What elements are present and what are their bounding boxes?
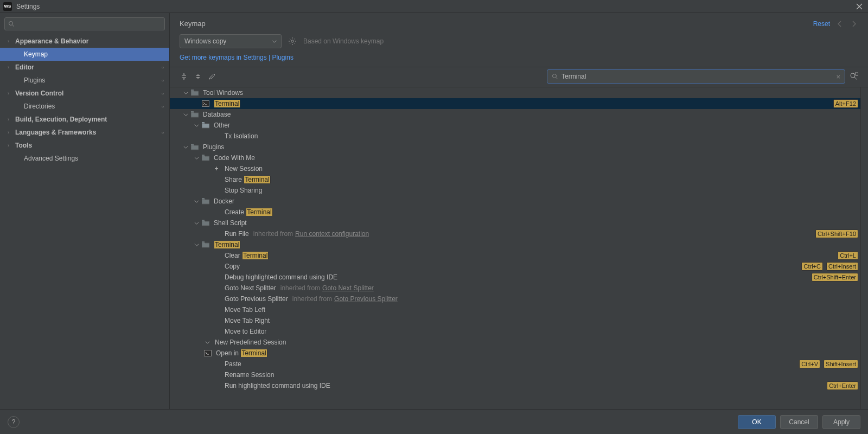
action-row[interactable]: TerminalAlt+F12 (170, 98, 860, 109)
svg-rect-10 (202, 198, 205, 199)
action-row[interactable]: Move Tab Left (170, 304, 860, 315)
chevron-right-icon: › (8, 65, 13, 70)
action-row[interactable]: Move Tab Right (170, 315, 860, 326)
shortcut-badge: Ctrl+Shift+F10 (815, 229, 858, 238)
folder-icon (191, 90, 199, 96)
action-search-input[interactable] (561, 73, 833, 80)
action-row[interactable]: Database (170, 109, 860, 120)
action-row[interactable]: Open in Terminal (170, 348, 860, 359)
action-row[interactable]: Other (170, 120, 860, 131)
action-row[interactable]: Run File inherited from Run context conf… (170, 228, 860, 239)
chevron-down-icon (272, 39, 277, 44)
close-icon[interactable] (854, 1, 865, 12)
action-row[interactable]: Stop Sharing (170, 185, 860, 196)
back-icon[interactable] (837, 21, 844, 27)
get-more-keymaps-link[interactable]: Get more keymaps in Settings | Plugins (180, 54, 293, 61)
forward-icon[interactable] (851, 21, 858, 27)
sidebar-item[interactable]: ›Editor▫ (0, 61, 169, 74)
svg-rect-4 (856, 72, 858, 75)
sidebar-item[interactable]: ›Tools (0, 139, 169, 152)
svg-rect-7 (202, 122, 205, 123)
gear-icon[interactable] (288, 37, 297, 46)
sidebar-item-label: Editor (15, 63, 159, 71)
action-row[interactable]: PasteCtrl+VShift+Insert (170, 359, 860, 369)
cancel-button[interactable]: Cancel (780, 415, 818, 429)
action-row[interactable]: CopyCtrl+CCtrl+Insert (170, 261, 860, 272)
search-icon (8, 21, 15, 27)
action-label: Docker (214, 197, 234, 205)
project-settings-icon: ▫ (162, 63, 169, 71)
titlebar: WS Settings (0, 0, 868, 13)
shortcut-badge: Ctrl+V (799, 360, 820, 368)
action-row[interactable]: Debug highlighted command using IDECtrl+… (170, 272, 860, 283)
action-row[interactable]: Code With Me (170, 152, 860, 163)
action-tree[interactable]: Tool WindowsTerminalAlt+F12DatabaseOther… (170, 87, 860, 409)
ok-button[interactable]: OK (738, 415, 776, 429)
action-label: Run highlighted command using IDE (225, 382, 330, 390)
settings-sidebar: ›Appearance & BehaviorKeymap›Editor▫Plug… (0, 13, 170, 409)
apply-button[interactable]: Apply (822, 415, 860, 429)
collapse-all-icon[interactable] (194, 72, 202, 81)
action-row[interactable]: Tx Isolation (170, 131, 860, 142)
sidebar-item[interactable]: ›Languages & Frameworks▫ (0, 126, 169, 139)
inherited-link[interactable]: Goto Next Splitter (322, 284, 374, 292)
reset-link[interactable]: Reset (813, 20, 830, 28)
action-label: Clear Terminal (225, 252, 269, 259)
find-by-shortcut-icon[interactable] (850, 72, 858, 81)
sidebar-item[interactable]: Plugins▫ (0, 74, 169, 87)
sidebar-item-label: Tools (15, 142, 169, 149)
action-row[interactable]: Docker (170, 196, 860, 207)
inherited-label: inherited from (280, 284, 320, 292)
action-row[interactable]: Share Terminal (170, 174, 860, 185)
action-row[interactable]: Shell Script (170, 218, 860, 228)
chevron-down-icon (194, 199, 200, 204)
action-label: Open in Terminal (216, 349, 267, 357)
page-title: Keymap (180, 20, 206, 28)
help-button[interactable]: ? (8, 416, 20, 428)
action-row[interactable]: Clear TerminalCtrl+L (170, 250, 860, 261)
action-row[interactable]: Run highlighted command using IDECtrl+En… (170, 380, 860, 391)
svg-rect-5 (191, 90, 194, 91)
sidebar-item[interactable]: Advanced Settings (0, 152, 169, 165)
svg-point-1 (291, 40, 293, 42)
keymap-scheme-dropdown[interactable]: Windows copy (180, 34, 282, 48)
action-row[interactable]: +New Session (170, 163, 860, 174)
sidebar-item[interactable]: ›Version Control▫ (0, 87, 169, 100)
clear-search-icon[interactable]: × (836, 73, 840, 81)
sidebar-item[interactable]: ›Build, Execution, Deployment (0, 113, 169, 126)
expand-all-icon[interactable] (180, 72, 188, 81)
action-row[interactable]: Plugins (170, 142, 860, 152)
action-label: Share Terminal (225, 176, 271, 183)
action-row[interactable]: Terminal (170, 239, 860, 250)
sidebar-item-label: Languages & Frameworks (15, 129, 159, 136)
inherited-link[interactable]: Run context configuration (295, 230, 369, 238)
chevron-right-icon: › (8, 117, 13, 122)
action-row[interactable]: Goto Next Splitter inherited from Goto N… (170, 283, 860, 293)
shortcut-badge: Ctrl+C (801, 262, 822, 271)
action-row[interactable]: New Predefined Session (170, 337, 860, 348)
action-row[interactable]: Create Terminal (170, 207, 860, 218)
edit-shortcut-icon[interactable] (208, 72, 216, 81)
sidebar-search-input[interactable] (17, 20, 161, 28)
sidebar-search[interactable] (4, 17, 165, 30)
scrollbar[interactable] (860, 87, 868, 409)
folder-icon (202, 155, 209, 161)
shortcut-badge: Ctrl+Enter (827, 381, 858, 390)
chevron-down-icon (183, 112, 189, 117)
terminal-icon (202, 100, 209, 107)
sidebar-item-label: Advanced Settings (24, 155, 169, 162)
sidebar-item[interactable]: Keymap (0, 48, 169, 61)
inherited-label: inherited from (292, 295, 332, 303)
action-row[interactable]: Move to Editor (170, 326, 860, 337)
action-row[interactable]: Goto Previous Splitter inherited from Go… (170, 293, 860, 304)
inherited-link[interactable]: Goto Previous Splitter (334, 295, 398, 303)
sidebar-item[interactable]: ›Appearance & Behavior (0, 35, 169, 48)
chevron-down-icon (194, 156, 200, 161)
folder-icon (202, 220, 209, 226)
project-settings-icon: ▫ (162, 76, 169, 84)
sidebar-item[interactable]: Directories▫ (0, 100, 169, 113)
action-row[interactable]: Tool Windows (170, 87, 860, 98)
action-row[interactable]: Rename Session (170, 369, 860, 380)
dialog-footer: ? OK Cancel Apply (0, 409, 868, 434)
action-search[interactable]: × (547, 69, 845, 84)
